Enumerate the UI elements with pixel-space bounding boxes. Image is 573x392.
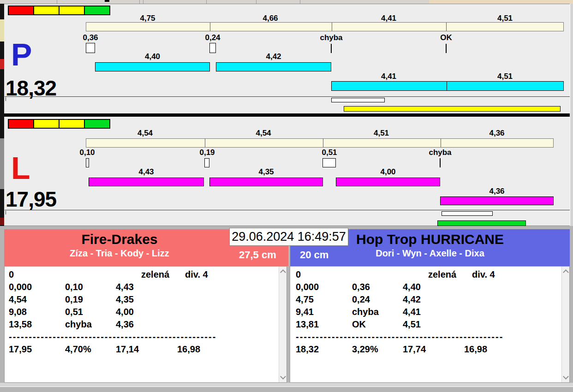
cell-dogtime: 4,42 bbox=[403, 293, 464, 306]
divider bbox=[143, 0, 143, 4]
gap-label: chyba bbox=[422, 148, 459, 157]
table-row: 13,58chyba4,36 bbox=[9, 318, 216, 331]
split-time-label: 4,75 bbox=[86, 14, 209, 23]
team-right-scrollbar[interactable] bbox=[561, 267, 569, 382]
team-right-jump-height: 20 cm bbox=[300, 249, 328, 261]
split-time-label: 4,41 bbox=[331, 14, 446, 23]
total-time: 17,95 bbox=[9, 343, 65, 356]
background-window-top-strip bbox=[0, 0, 573, 4]
light-yellow-2 bbox=[59, 6, 85, 15]
dog-time-label: 4,42 bbox=[216, 53, 331, 61]
gap-box bbox=[204, 158, 209, 167]
gap-tick bbox=[440, 158, 441, 167]
cell-split: 9,08 bbox=[9, 306, 65, 318]
team-right-dogs: Dori - Wyn - Axelle - Dixa bbox=[299, 248, 561, 259]
gap-tick bbox=[331, 44, 332, 53]
lane-l-baseline bbox=[5, 210, 570, 210]
split-time-label: 4,36 bbox=[440, 129, 554, 137]
segment-divider bbox=[210, 23, 210, 31]
sum-dog-times: 17,14 bbox=[116, 343, 177, 356]
background-fragment bbox=[105, 0, 109, 2]
datetime-display: 29.06.2024 16:49:57 bbox=[229, 228, 348, 246]
scroll-up-icon[interactable] bbox=[563, 269, 569, 275]
cell-split: 0,000 bbox=[9, 281, 65, 293]
dog-time-label: 4,43 bbox=[89, 168, 204, 176]
team-left-results-panel[interactable]: 0zelenádiv. 4 0,0000,104,43 4,540,194,35… bbox=[4, 266, 287, 383]
lane-p-split-bar bbox=[86, 22, 564, 31]
lane-p-marker-bar-yellow bbox=[344, 106, 561, 112]
gap-label: OK bbox=[428, 34, 465, 42]
table-totals-row: 17,954,70%17,1416,98 bbox=[9, 343, 216, 356]
table-row: 4,750,244,42 bbox=[296, 293, 503, 306]
cell-dogtime: 4,40 bbox=[403, 281, 464, 293]
gap-box bbox=[86, 43, 95, 53]
light-green bbox=[84, 6, 110, 15]
cell-dogtime: 4,36 bbox=[116, 318, 177, 331]
split-time-label: 4,51 bbox=[446, 14, 564, 23]
lane-l-dog-bar bbox=[89, 178, 204, 186]
split-time-label: 4,54 bbox=[86, 129, 204, 137]
dog-time-label: 4,51 bbox=[446, 72, 564, 81]
segment-divider bbox=[447, 82, 447, 90]
team-left-name: Fire-Drakes bbox=[4, 232, 235, 247]
cell-gap: 0,10 bbox=[65, 281, 116, 293]
gap-label: 0,36 bbox=[72, 34, 109, 42]
table-row: 9,080,514,00 bbox=[9, 306, 216, 318]
table-totals-row: 18,323,29%17,7416,98 bbox=[296, 343, 503, 356]
lane-l-split-bar bbox=[86, 138, 554, 148]
scroll-down-icon[interactable] bbox=[280, 374, 286, 380]
lane-p-baseline bbox=[5, 96, 570, 97]
dog-time-label: 4,36 bbox=[440, 187, 554, 196]
background-fragment bbox=[0, 59, 4, 69]
team-right-results-text: 0zelenádiv. 4 0,0000,364,40 4,750,244,42… bbox=[296, 268, 503, 356]
baseline-tick bbox=[6, 211, 6, 214]
light-yellow-2 bbox=[59, 119, 85, 129]
table-row: 0,0000,364,40 bbox=[296, 281, 503, 293]
lane-p-dog-bar bbox=[95, 62, 210, 71]
scroll-down-icon[interactable] bbox=[563, 374, 569, 380]
total-time: 18,32 bbox=[296, 343, 352, 356]
baseline-tick bbox=[6, 97, 6, 101]
background-window-left-strip bbox=[0, 4, 4, 226]
cell-split: 13,58 bbox=[9, 318, 65, 331]
loss-percent: 4,70% bbox=[65, 343, 116, 356]
background-fragment bbox=[0, 19, 4, 42]
lane-p-dog-bar bbox=[331, 81, 564, 91]
scroll-up-icon[interactable] bbox=[280, 269, 286, 275]
division-label: div. 4 bbox=[185, 269, 208, 279]
run-number: 0 bbox=[9, 268, 141, 281]
lane-divider bbox=[4, 113, 570, 117]
split-time-label: 4,66 bbox=[209, 14, 331, 23]
cell-split: 4,75 bbox=[296, 293, 352, 306]
cell-gap: 0,36 bbox=[352, 281, 403, 293]
lane-p-letter: P bbox=[11, 39, 32, 70]
lane-p-status-lights bbox=[8, 6, 110, 15]
light-red bbox=[8, 6, 34, 15]
gap-label: 0,24 bbox=[194, 34, 231, 42]
cell-dogtime: 4,00 bbox=[116, 306, 177, 318]
table-header-row: 0zelenádiv. 4 bbox=[296, 268, 503, 281]
light-color-label: zelená bbox=[141, 268, 185, 281]
table-row: 13,81OK4,51 bbox=[296, 318, 503, 331]
table-separator: ----------------------------------------… bbox=[296, 331, 503, 343]
sum-dog-times: 17,74 bbox=[403, 343, 464, 356]
background-fragment bbox=[429, 0, 573, 4]
gap-box bbox=[209, 43, 216, 53]
team-left-scrollbar[interactable] bbox=[279, 267, 286, 382]
gap-label: 0,10 bbox=[69, 148, 106, 157]
loss-percent: 3,29% bbox=[352, 343, 403, 356]
lane-l-status-lights bbox=[8, 119, 110, 129]
table-row: 4,540,194,35 bbox=[9, 293, 216, 306]
lane-p-dog-bar bbox=[216, 62, 331, 71]
team-left-results-text: 0zelenádiv. 4 0,0000,104,43 4,540,194,35… bbox=[9, 268, 216, 356]
team-right-results-panel[interactable]: 0zelenádiv. 4 0,0000,364,40 4,750,244,42… bbox=[290, 266, 570, 383]
run-number: 0 bbox=[296, 268, 428, 281]
divider bbox=[139, 0, 140, 4]
cell-gap: 0,24 bbox=[352, 293, 403, 306]
gap-box bbox=[86, 158, 89, 167]
table-row: 9,41chyba4,41 bbox=[296, 306, 503, 318]
cell-split: 9,41 bbox=[296, 306, 352, 318]
divider bbox=[256, 0, 257, 4]
light-yellow-1 bbox=[33, 119, 60, 129]
split-time-label: 4,54 bbox=[204, 129, 322, 137]
